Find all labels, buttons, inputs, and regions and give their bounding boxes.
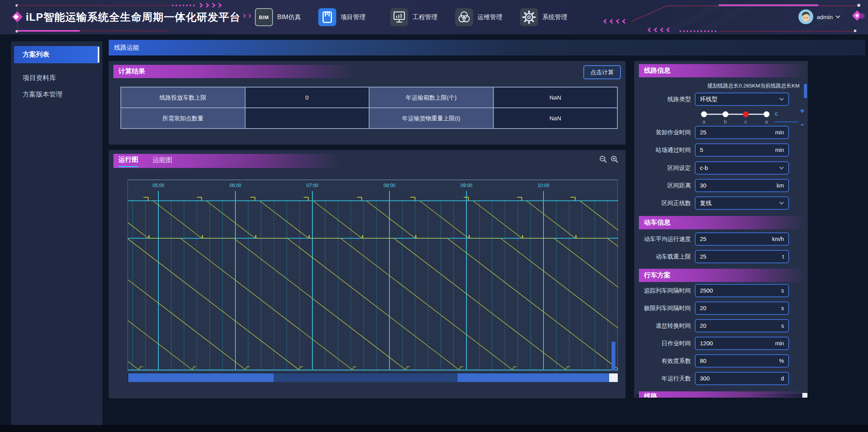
field-unit: km/h <box>772 233 784 245</box>
field-label: 区间正线数 <box>634 196 691 210</box>
add-station-button[interactable]: + <box>798 106 806 116</box>
remove-station-button[interactable]: - <box>798 120 806 129</box>
results-panel: 计算结果 点击计算 线路投放车数上限0年运输箱数上限(个)NaN所需装卸点数量年… <box>109 61 626 145</box>
select-区间正线数[interactable]: 复线 <box>695 196 789 210</box>
deco-square <box>854 30 856 32</box>
slider-stop-c-active[interactable] <box>743 111 749 117</box>
field-value: 环线型 <box>700 93 717 105</box>
field-value: 80 <box>700 355 707 367</box>
nav-item-label: 系统管理 <box>542 13 567 21</box>
input-站场通过时间[interactable]: 5min <box>695 143 789 157</box>
sidebar: 方案列表项目资料库方案版本管理 <box>11 41 102 425</box>
diagram-tab-2[interactable]: 运能图 <box>152 155 172 166</box>
field-label: 年运行天数 <box>634 372 691 385</box>
field-value: 30 <box>700 180 707 191</box>
svg-text:05:00: 05:00 <box>152 183 164 188</box>
slider-stop-label: c <box>744 119 747 125</box>
username: admin <box>817 14 833 20</box>
slider-stop-a[interactable] <box>764 111 769 117</box>
nav-item-label: 项目管理 <box>341 13 366 21</box>
calculate-button[interactable]: 点击计算 <box>583 65 621 79</box>
nav-item-system[interactable]: 系统管理 <box>520 8 567 26</box>
field-unit: min <box>775 337 784 349</box>
field-value: 复线 <box>700 197 712 209</box>
nav-item-bim[interactable]: BIMBIM仿真 <box>255 8 301 26</box>
sidebar-item-2[interactable]: 项目资料库 <box>14 70 99 87</box>
result-label-cell: 年运输箱数上限(个) <box>369 87 493 107</box>
kanban-icon <box>318 8 336 26</box>
slider-stop-label: a <box>702 119 705 125</box>
train-diagram-plot[interactable]: 05:0006:0007:0008:0009:0010:00 <box>127 180 618 371</box>
diagram-horizontal-scrollbar[interactable] <box>127 373 618 382</box>
input-有效度系数[interactable]: 80% <box>695 354 789 368</box>
field-label: 追踪列车间隔时间 <box>634 284 691 297</box>
input-区间距离[interactable]: 30km <box>695 179 789 192</box>
input-道岔转换时间[interactable]: 20s <box>695 319 789 332</box>
svg-text:07:00: 07:00 <box>307 183 318 188</box>
result-value-cell <box>246 108 369 128</box>
field-value: 25 <box>700 251 707 262</box>
deco-dots <box>680 30 717 32</box>
app-header: iLP智能运输系统全生命周期一体化研发平台 BIMBIM仿真项目管理工程管理运维… <box>0 0 868 34</box>
diagram-tab-1[interactable]: 运行图 <box>118 155 138 167</box>
sidebar-item-1[interactable]: 方案列表 <box>14 46 99 63</box>
monitor-icon <box>390 8 408 26</box>
app-title: iLP智能运输系统全生命周期一体化研发平台 <box>26 10 240 24</box>
svg-text:06:00: 06:00 <box>230 183 241 188</box>
field-unit: s <box>781 302 784 314</box>
scrollbar-segment[interactable] <box>457 373 609 382</box>
bottom-strip <box>0 425 868 432</box>
field-unit: min <box>775 127 784 138</box>
field-label: 有效度系数 <box>634 354 691 368</box>
train-diagram: 05:0006:0007:0008:0009:0010:00 <box>128 180 618 371</box>
select-线路类型[interactable]: 环线型 <box>695 93 789 106</box>
input-动车平均运行速度[interactable]: 25km/h <box>695 232 789 246</box>
svg-text:10:00: 10:00 <box>538 183 549 188</box>
nav-item-label: 工程管理 <box>412 13 438 21</box>
result-label-cell: 所需装卸点数量 <box>121 108 245 128</box>
nav-item-project[interactable]: 项目管理 <box>318 8 366 26</box>
nav-item-engineering[interactable]: 工程管理 <box>390 8 438 26</box>
field-unit: min <box>775 144 784 156</box>
field-unit: km <box>777 180 784 191</box>
input-装卸作业时间[interactable]: 25min <box>695 126 789 139</box>
station-slider[interactable]: abca <box>695 111 800 125</box>
diagram-vertical-scrollbar[interactable] <box>612 342 615 370</box>
field-unit: d <box>781 373 784 384</box>
zoom-out-icon[interactable] <box>599 155 608 164</box>
input-日作业时间[interactable]: 1200min <box>695 337 789 350</box>
field-label: 区间距离 <box>634 179 691 192</box>
result-value-cell: 0 <box>246 87 369 107</box>
field-label: 极限列车间隔时间 <box>634 302 691 315</box>
scrollbar-track[interactable] <box>274 373 457 382</box>
input-极限列车间隔时间[interactable]: 20s <box>695 302 789 315</box>
select-区间设定[interactable]: c-b <box>695 161 789 175</box>
venn-icon <box>455 8 473 26</box>
input-动车载重上限[interactable]: 25t <box>695 250 789 263</box>
chevron-down-icon <box>836 14 840 18</box>
field-value: c-b <box>700 162 708 174</box>
nav-item-label: 运维管理 <box>477 13 502 21</box>
zoom-in-icon[interactable] <box>610 155 619 164</box>
input-年运行天数[interactable]: 300d <box>695 372 789 385</box>
bim-icon: BIM <box>255 8 273 26</box>
scrollbar-thumb[interactable] <box>609 373 618 382</box>
deco-line <box>80 30 169 31</box>
panel-vertical-scrollbar[interactable] <box>804 84 807 98</box>
chevron-down-icon <box>779 96 784 100</box>
input-追踪列车间隔时间[interactable]: 2500s <box>695 284 789 297</box>
slider-stop-b[interactable] <box>723 111 728 117</box>
nav-item-operations[interactable]: 运维管理 <box>455 8 502 26</box>
page-tab-strip[interactable]: 线路运能 <box>109 40 865 55</box>
field-value: 5 <box>700 144 703 156</box>
slider-stop-a[interactable] <box>701 111 707 117</box>
slider-stop-label: a <box>765 119 768 125</box>
sidebar-item-3[interactable]: 方案版本管理 <box>14 86 99 103</box>
scrollbar-segment[interactable] <box>128 373 274 382</box>
user-menu[interactable]: admin <box>798 9 839 24</box>
brand-mark <box>852 10 866 23</box>
field-label: 动车载重上限 <box>634 250 691 263</box>
app-window: iLP智能运输系统全生命周期一体化研发平台 BIMBIM仿真项目管理工程管理运维… <box>0 0 868 432</box>
result-label-cell: 年运输货物重量上限(t) <box>369 108 493 128</box>
section-header-4: 线路 <box>639 391 805 398</box>
